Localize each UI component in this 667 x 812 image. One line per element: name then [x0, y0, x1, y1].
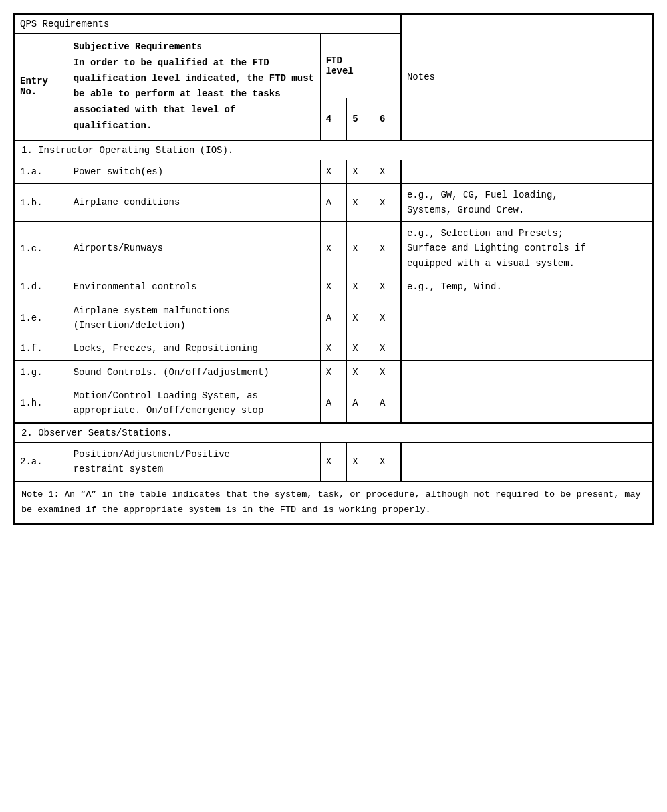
notes-cell: [401, 299, 653, 337]
section1-header: 1. Instructor Operating Station (IOS).: [14, 140, 653, 160]
entry-label: Entry No.: [20, 76, 48, 97]
level5-cell: X: [347, 221, 374, 275]
entry-cell: 2.a.: [14, 442, 68, 481]
entry-cell: 1.c.: [14, 221, 68, 275]
main-table: QPS Requirements Notes Entry No. Subject…: [13, 13, 654, 525]
entry-no-header: Entry No.: [14, 34, 68, 140]
notes-cell: e.g., Temp, Wind.: [401, 275, 653, 299]
subject-cell: Airplane conditions: [68, 184, 320, 222]
table-row: 1.b.Airplane conditionsAXXe.g., GW, CG, …: [14, 184, 653, 222]
level4-cell: A: [320, 184, 347, 222]
ftd-level-header: FTD level: [320, 34, 401, 98]
level5-cell: X: [347, 184, 374, 222]
subject-cell: Environmental controls: [68, 275, 320, 299]
notes-cell: [401, 160, 653, 183]
level5-cell: X: [347, 360, 374, 384]
table-row: 1.f.Locks, Freezes, and RepositioningXXX: [14, 337, 653, 360]
level6-cell: X: [374, 184, 401, 222]
level4-cell: X: [320, 442, 347, 481]
level6-cell: X: [374, 160, 401, 183]
section1-label: 1. Instructor Operating Station (IOS).: [21, 145, 233, 156]
qps-label: QPS Requirements: [20, 19, 109, 29]
level4-cell: X: [320, 337, 347, 360]
entry-cell: 1.e.: [14, 299, 68, 337]
level6-cell: X: [374, 337, 401, 360]
notes-cell: [401, 384, 653, 423]
subject-cell: Motion/Control Loading System, as approp…: [68, 384, 320, 423]
level6-header: 6: [374, 98, 401, 140]
level4-cell: X: [320, 275, 347, 299]
level5-label: 5: [352, 114, 358, 124]
subject-cell: Sound Controls. (On/off/adjustment): [68, 360, 320, 384]
notes-cell: [401, 337, 653, 360]
table-row: 1.g.Sound Controls. (On/off/adjustment)X…: [14, 360, 653, 384]
subject-cell: Locks, Freezes, and Repositioning: [68, 337, 320, 360]
level6-cell: X: [374, 275, 401, 299]
subject-header: Subjective Requirements In order to be q…: [68, 34, 320, 140]
section2-header: 2. Observer Seats/Stations.: [14, 423, 653, 443]
notes-cell: [401, 442, 653, 481]
level4-cell: A: [320, 299, 347, 337]
subject-cell: Airports/Runways: [68, 221, 320, 275]
level5-cell: X: [347, 299, 374, 337]
level6-cell: X: [374, 299, 401, 337]
table-row: 1.d.Environmental controlsXXXe.g., Temp,…: [14, 275, 653, 299]
level6-cell: A: [374, 384, 401, 423]
table-row: 1.c.Airports/RunwaysXXXe.g., Selection a…: [14, 221, 653, 275]
level4-cell: X: [320, 160, 347, 183]
entry-cell: 1.d.: [14, 275, 68, 299]
entry-cell: 1.g.: [14, 360, 68, 384]
note-text: Note 1: An “A” in the table indicates th…: [14, 481, 653, 524]
level6-cell: X: [374, 221, 401, 275]
ftd-level-label: FTD level: [326, 55, 354, 76]
entry-cell: 1.h.: [14, 384, 68, 423]
level5-header: 5: [347, 98, 374, 140]
level6-cell: X: [374, 360, 401, 384]
table-row: 1.e.Airplane system malfunctions (Insert…: [14, 299, 653, 337]
notes-cell: e.g., Selection and Presets; Surface and…: [401, 221, 653, 275]
level5-cell: X: [347, 160, 374, 183]
table-row: 1.a.Power switch(es)XXX: [14, 160, 653, 183]
notes-cell: e.g., GW, CG, Fuel loading, Systems, Gro…: [401, 184, 653, 222]
subject-cell: Airplane system malfunctions (Insertion/…: [68, 299, 320, 337]
note-row: Note 1: An “A” in the table indicates th…: [14, 481, 653, 524]
level4-cell: X: [320, 360, 347, 384]
entry-cell: 1.a.: [14, 160, 68, 183]
entry-cell: 1.f.: [14, 337, 68, 360]
level6-cell: X: [374, 442, 401, 481]
level6-label: 6: [380, 114, 385, 124]
entry-cell: 1.b.: [14, 184, 68, 222]
subject-cell: Power switch(es): [68, 160, 320, 183]
level5-cell: X: [347, 442, 374, 481]
notes-cell: [401, 360, 653, 384]
notes-label: Notes: [407, 72, 435, 82]
table-row: 2.a.Position/Adjustment/Positive restrai…: [14, 442, 653, 481]
level5-cell: X: [347, 275, 374, 299]
subjective-label: Subjective Requirements In order to be q…: [74, 41, 314, 131]
level5-cell: X: [347, 337, 374, 360]
level4-header: 4: [320, 98, 347, 140]
level5-cell: A: [347, 384, 374, 423]
subject-cell: Position/Adjustment/Positive restraint s…: [68, 442, 320, 481]
level4-label: 4: [326, 114, 331, 124]
info-header: Notes: [401, 14, 653, 140]
level4-cell: A: [320, 384, 347, 423]
qps-header: QPS Requirements: [14, 14, 401, 34]
level4-cell: X: [320, 221, 347, 275]
table-row: 1.h.Motion/Control Loading System, as ap…: [14, 384, 653, 423]
